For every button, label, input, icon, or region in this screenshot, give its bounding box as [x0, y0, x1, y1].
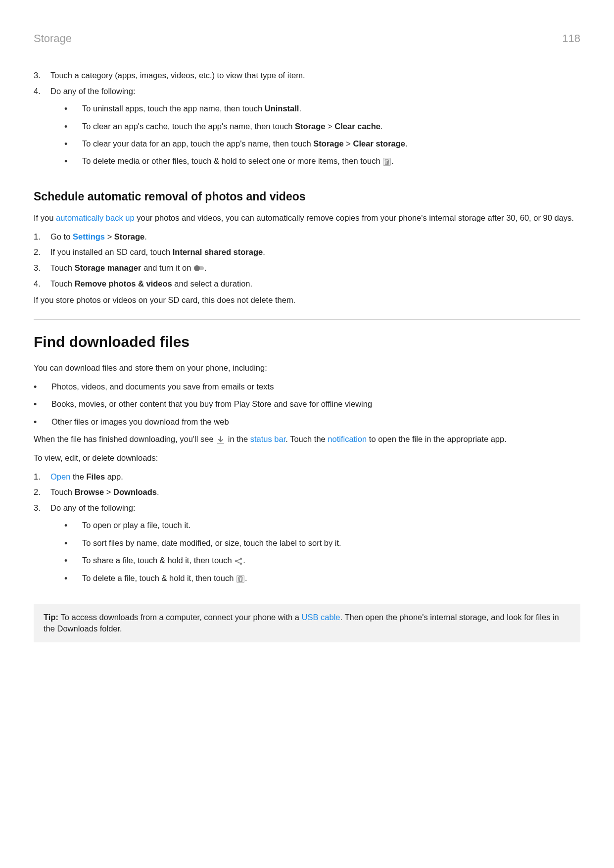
- step-3: 3. Touch a category (apps, images, video…: [34, 70, 580, 81]
- page-header: Storage 118: [34, 31, 580, 46]
- step-4: 4. Do any of the following: To uninstall…: [34, 86, 580, 174]
- toggle-on-icon: [193, 262, 204, 274]
- find-intro: You can download files and store them on…: [34, 362, 580, 374]
- svg-point-5: [235, 560, 237, 562]
- step-number: 2.: [34, 486, 50, 498]
- trash-icon: [382, 155, 391, 167]
- schedule-steps: 1. Go to Settings > Storage. 2. If you i…: [34, 231, 580, 290]
- section-divider: [34, 319, 580, 320]
- svg-line-7: [237, 559, 240, 561]
- schedule-step-1: 1. Go to Settings > Storage.: [34, 231, 580, 242]
- step-number: 3.: [34, 262, 50, 274]
- schedule-note: If you store photos or videos on your SD…: [34, 294, 580, 306]
- bullet-uninstall: To uninstall apps, touch the app name, t…: [64, 103, 580, 114]
- step-number: 3.: [34, 70, 50, 81]
- tip-label: Tip:: [44, 613, 61, 622]
- svg-line-8: [237, 562, 240, 563]
- status-bar-link[interactable]: status bar: [250, 434, 286, 443]
- tip-box: Tip: To access downloads from a computer…: [34, 604, 580, 643]
- open-link[interactable]: Open: [50, 472, 70, 481]
- find-step-3: 3. Do any of the following: To open or p…: [34, 502, 580, 591]
- step-number: 4.: [34, 278, 50, 289]
- schedule-step-2: 2. If you installed an SD card, touch In…: [34, 246, 580, 258]
- bullet-sort-files: To sort files by name, date modified, or…: [64, 537, 580, 549]
- svg-point-2: [194, 265, 200, 271]
- schedule-step-3: 3. Touch Storage manager and turn it on …: [34, 262, 580, 274]
- bullet-delete-media: To delete media or other files, touch & …: [64, 155, 580, 167]
- find-steps: 1. Open the Files app. 2. Touch Browse >…: [34, 471, 580, 591]
- top-steps-list: 3. Touch a category (apps, images, video…: [34, 70, 580, 173]
- trash-icon: [236, 573, 245, 584]
- step-number: 4.: [34, 86, 50, 174]
- header-title: Storage: [34, 31, 72, 46]
- find-bullet-2: Books, movies, or other content that you…: [34, 398, 580, 410]
- step-number: 3.: [34, 502, 50, 591]
- step-text: Do any of the following:: [50, 87, 136, 96]
- schedule-heading: Schedule automatic removal of photos and…: [34, 189, 580, 205]
- bullet-share-file: To share a file, touch & hold it, then t…: [64, 555, 580, 567]
- find-view-edit-intro: To view, edit, or delete downloads:: [34, 452, 580, 464]
- find-heading: Find downloaded files: [34, 332, 580, 353]
- find-bullet-1: Photos, videos, and documents you save f…: [34, 381, 580, 392]
- step-number: 2.: [34, 246, 50, 258]
- bullet-open-file: To open or play a file, touch it.: [64, 520, 580, 531]
- bullet-delete-file: To delete a file, touch & hold it, then …: [64, 573, 580, 584]
- svg-point-6: [240, 562, 242, 564]
- find-bullets: Photos, videos, and documents you save f…: [34, 381, 580, 428]
- share-icon: [234, 555, 243, 566]
- auto-backup-link[interactable]: automatically back up: [56, 213, 135, 222]
- bullet-clear-cache: To clear an app's cache, touch the app's…: [64, 121, 580, 132]
- schedule-intro: If you automatically back up your photos…: [34, 212, 580, 224]
- schedule-step-4: 4. Touch Remove photos & videos and sele…: [34, 278, 580, 289]
- step-number: 1.: [34, 231, 50, 242]
- download-arrow-icon: [216, 434, 226, 445]
- find-bullet-3: Other files or images you download from …: [34, 416, 580, 428]
- bullet-clear-storage: To clear your data for an app, touch the…: [64, 138, 580, 149]
- page-number: 118: [562, 31, 580, 46]
- step4-bullets: To uninstall apps, touch the app name, t…: [50, 103, 580, 168]
- usb-cable-link[interactable]: USB cable: [302, 613, 340, 622]
- settings-link[interactable]: Settings: [73, 232, 105, 241]
- find-step3-bullets: To open or play a file, touch it. To sor…: [50, 520, 580, 585]
- download-complete-text: When the file has finished downloading, …: [34, 434, 580, 445]
- notification-link[interactable]: notification: [328, 434, 367, 443]
- find-step-2: 2. Touch Browse > Downloads.: [34, 486, 580, 498]
- svg-point-4: [240, 557, 242, 559]
- find-step-1: 1. Open the Files app.: [34, 471, 580, 482]
- step-text: Touch a category (apps, images, videos, …: [50, 70, 580, 81]
- step-number: 1.: [34, 471, 50, 482]
